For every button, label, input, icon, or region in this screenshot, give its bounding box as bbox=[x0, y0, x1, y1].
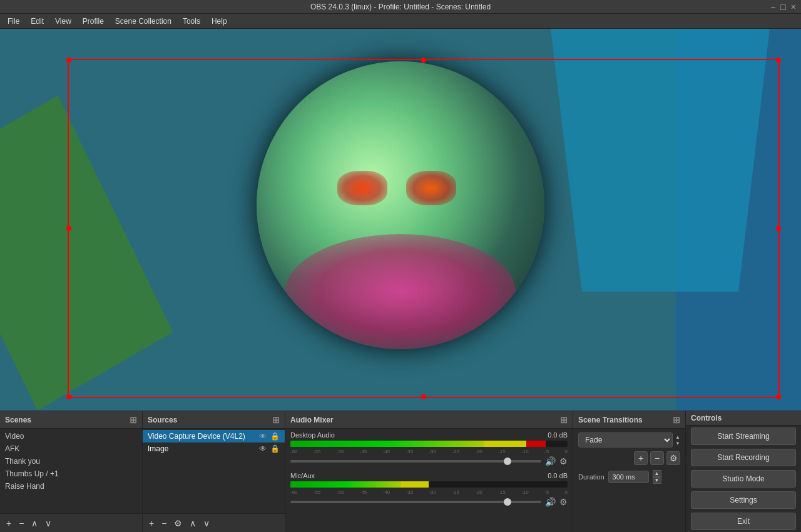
desktop-audio-header: Desktop Audio 0.0 dB bbox=[290, 431, 568, 439]
source-item-image[interactable]: Image 👁 🔒 bbox=[143, 442, 285, 455]
close-button[interactable]: × bbox=[791, 2, 796, 12]
audio-panel: Audio Mixer ⊞ Desktop Audio 0.0 dB -60-5… bbox=[285, 411, 573, 532]
transition-add-button[interactable]: + bbox=[634, 451, 648, 465]
desktop-audio-fader[interactable] bbox=[290, 460, 541, 463]
scenes-up-button[interactable]: ∧ bbox=[29, 517, 40, 529]
menu-scene-collection[interactable]: Scene Collection bbox=[110, 16, 176, 27]
sources-add-button[interactable]: + bbox=[146, 517, 156, 529]
transition-remove-button[interactable]: − bbox=[650, 451, 664, 465]
sources-down-button[interactable]: ∨ bbox=[201, 517, 212, 529]
desktop-audio-fader-thumb[interactable] bbox=[504, 458, 511, 465]
scene-item-video[interactable]: Video bbox=[0, 430, 142, 442]
transition-select-arrows: ▲ ▼ bbox=[675, 434, 680, 446]
mic-aux-meter-fill-yellow bbox=[401, 481, 429, 488]
duration-row: Duration ▲ ▼ bbox=[573, 468, 685, 486]
face-preview bbox=[257, 61, 544, 349]
scenes-panel-header: Scenes ⊞ bbox=[0, 411, 142, 429]
mic-aux-mute-icon[interactable]: 🔊 bbox=[545, 497, 556, 507]
desktop-audio-settings-icon[interactable]: ⚙ bbox=[559, 456, 568, 466]
sources-up-button[interactable]: ∧ bbox=[187, 517, 198, 529]
controls-title: Controls bbox=[691, 414, 722, 422]
mic-aux-meter bbox=[290, 481, 568, 488]
minimize-button[interactable]: − bbox=[770, 2, 775, 12]
start-recording-button[interactable]: Start Recording bbox=[691, 449, 796, 466]
transitions-panel: Scene Transitions ⊞ Fade ▲ ▼ + − ⚙ Durat… bbox=[573, 411, 686, 532]
sources-title: Sources bbox=[148, 416, 177, 424]
scene-item-afk[interactable]: AFK bbox=[0, 442, 142, 455]
desktop-audio-meter-fill-yellow bbox=[484, 441, 526, 447]
mic-aux-settings-icon[interactable]: ⚙ bbox=[559, 497, 568, 507]
menu-profile[interactable]: Profile bbox=[78, 16, 109, 27]
exit-button[interactable]: Exit bbox=[691, 513, 796, 530]
duration-label: Duration bbox=[578, 473, 605, 481]
transition-type-select[interactable]: Fade bbox=[578, 432, 673, 448]
menu-help[interactable]: Help bbox=[207, 16, 232, 27]
mic-aux-fader-thumb[interactable] bbox=[504, 498, 511, 506]
clothing-element bbox=[285, 234, 516, 349]
transition-select-row: Fade ▲ ▼ bbox=[573, 429, 685, 451]
duration-up-button[interactable]: ▲ bbox=[653, 470, 661, 477]
mic-aux-db: 0.0 dB bbox=[548, 472, 568, 479]
menu-tools[interactable]: Tools bbox=[178, 16, 205, 27]
duration-down-button[interactable]: ▼ bbox=[653, 477, 661, 484]
scenes-expand-icon[interactable]: ⊞ bbox=[130, 415, 137, 425]
maximize-button[interactable]: □ bbox=[780, 2, 785, 12]
scenes-down-button[interactable]: ∨ bbox=[43, 517, 54, 529]
source-list[interactable]: Video Capture Device (V4L2) 👁 🔒 Image 👁 … bbox=[143, 429, 285, 513]
transitions-panel-header: Scene Transitions ⊞ bbox=[573, 411, 685, 429]
settings-button[interactable]: Settings bbox=[691, 491, 796, 509]
controls-panel-header: Controls bbox=[686, 411, 801, 426]
studio-mode-button[interactable]: Studio Mode bbox=[691, 470, 796, 488]
menu-view[interactable]: View bbox=[50, 16, 76, 27]
duration-arrows: ▲ ▼ bbox=[653, 470, 661, 484]
mic-aux-meter-fill-green bbox=[290, 481, 401, 488]
titlebar-title: OBS 24.0.3 (linux) - Profile: Untitled -… bbox=[310, 3, 491, 11]
mic-aux-header: Mic/Aux 0.0 dB bbox=[290, 472, 568, 479]
desktop-audio-meter-fill-red bbox=[526, 441, 546, 447]
transition-row-btns: + − ⚙ bbox=[573, 451, 685, 468]
scenes-toolbar: + − ∧ ∨ bbox=[0, 513, 142, 532]
transitions-expand-icon[interactable]: ⊞ bbox=[673, 415, 680, 425]
source-lock-icon-img[interactable]: 🔒 bbox=[270, 444, 280, 453]
controls-panel: Controls Start Streaming Start Recording… bbox=[686, 411, 801, 532]
mic-aux-fader[interactable] bbox=[290, 501, 541, 503]
scene-list[interactable]: Video AFK Thank you Thumbs Up / +1 Raise… bbox=[0, 429, 142, 513]
source-lock-icon[interactable]: 🔒 bbox=[270, 432, 280, 441]
transition-config-button[interactable]: ⚙ bbox=[666, 451, 680, 465]
desktop-audio-channel: Desktop Audio 0.0 dB -60-55-50-45-40-35-… bbox=[285, 429, 573, 469]
ray-blue-top bbox=[551, 29, 770, 292]
scene-item-thankyou[interactable]: Thank you bbox=[0, 455, 142, 468]
source-icons-video: 👁 🔒 bbox=[259, 432, 280, 441]
mic-aux-channel: Mic/Aux 0.0 dB -60-55-50-45-40-35-30-25-… bbox=[285, 469, 573, 510]
glasses-left-glow bbox=[337, 171, 387, 205]
source-eye-icon[interactable]: 👁 bbox=[259, 432, 267, 441]
desktop-audio-db: 0.0 dB bbox=[548, 431, 568, 439]
scenes-remove-button[interactable]: − bbox=[16, 517, 26, 529]
transition-arrow-up[interactable]: ▲ bbox=[675, 434, 680, 440]
source-eye-icon-img[interactable]: 👁 bbox=[259, 444, 267, 453]
sources-remove-button[interactable]: − bbox=[159, 517, 169, 529]
mic-aux-controls: 🔊 ⚙ bbox=[290, 497, 568, 507]
desktop-audio-controls: 🔊 ⚙ bbox=[290, 456, 568, 466]
sources-settings-button[interactable]: ⚙ bbox=[171, 517, 185, 529]
audio-title: Audio Mixer bbox=[290, 416, 334, 424]
mic-aux-label: Mic/Aux bbox=[290, 472, 315, 479]
scene-item-thumbsup[interactable]: Thumbs Up / +1 bbox=[0, 468, 142, 480]
start-streaming-button[interactable]: Start Streaming bbox=[691, 427, 796, 445]
scene-item-raisehand[interactable]: Raise Hand bbox=[0, 480, 142, 493]
scenes-add-button[interactable]: + bbox=[4, 517, 14, 529]
sources-panel-header: Sources ⊞ bbox=[143, 411, 285, 429]
transition-arrow-down[interactable]: ▼ bbox=[675, 441, 680, 446]
source-label-image: Image bbox=[148, 444, 259, 453]
menu-edit[interactable]: Edit bbox=[26, 16, 49, 27]
duration-input[interactable] bbox=[608, 471, 649, 483]
desktop-audio-meter bbox=[290, 441, 568, 447]
menu-file[interactable]: File bbox=[3, 16, 24, 27]
preview-area bbox=[0, 29, 801, 411]
glasses-right-glow bbox=[406, 171, 456, 205]
source-item-video-capture[interactable]: Video Capture Device (V4L2) 👁 🔒 bbox=[143, 430, 285, 442]
audio-expand-icon[interactable]: ⊞ bbox=[560, 415, 568, 425]
sources-expand-icon[interactable]: ⊞ bbox=[272, 415, 280, 425]
desktop-audio-mute-icon[interactable]: 🔊 bbox=[545, 456, 556, 466]
audio-panel-header: Audio Mixer ⊞ bbox=[285, 411, 573, 429]
